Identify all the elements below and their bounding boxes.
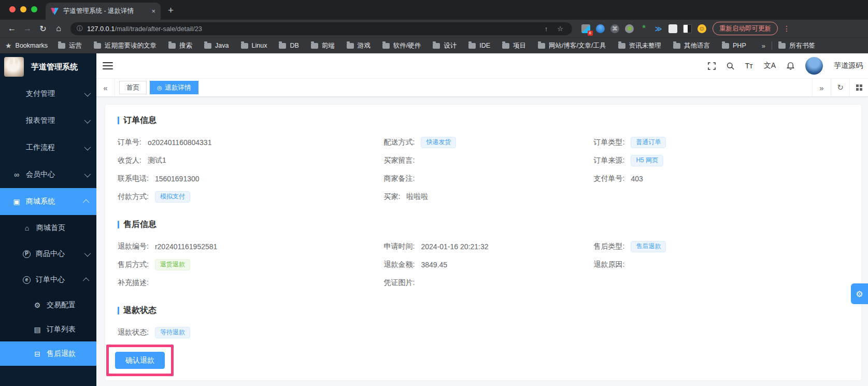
bookmark-folder[interactable]: 游戏 xyxy=(347,41,371,50)
language-icon[interactable]: 文A xyxy=(764,61,776,70)
blocks-extension-icon[interactable]: 6 xyxy=(581,24,590,33)
sidebar-item-label: 订单列表 xyxy=(47,325,89,334)
bookmark-folder[interactable]: PHP xyxy=(722,42,746,49)
new-tab-button[interactable]: + xyxy=(168,5,174,16)
bookmark-folder[interactable]: 软件/硬件 xyxy=(382,41,421,50)
fullscreen-icon[interactable] xyxy=(708,62,716,70)
sidebar-item-after-sale[interactable]: ⊟售后退款 xyxy=(0,341,96,366)
home-icon: ⌂ xyxy=(23,224,31,232)
sidebar-menu: 支付管理报表管理工作流程∞会员中心▣商城系统⌂商城首页P商品中心e订单中心⚙交易… xyxy=(0,80,96,386)
chrome-update-button[interactable]: 重新启动即可更新 xyxy=(713,22,778,35)
sidebar-item-product[interactable]: P商品中心 xyxy=(0,241,96,267)
sidebar-item-label: 商城系统 xyxy=(26,197,84,206)
tags-scroll-left-icon[interactable]: « xyxy=(96,79,115,96)
bookmark-label: DB xyxy=(290,42,298,49)
chevrons-extension-icon[interactable]: ≫ xyxy=(654,24,663,33)
bookmark-folder[interactable]: DB xyxy=(279,42,298,49)
tab-tag-0[interactable]: 首页 xyxy=(119,81,147,94)
command-extension-icon[interactable]: ⌘ xyxy=(610,24,619,33)
member-icon: ∞ xyxy=(12,170,21,179)
reload-icon[interactable]: ↻ xyxy=(36,24,50,34)
field-label: 退款编号: xyxy=(118,242,149,251)
bookmarks-bar: ★ Bookmarks 运营近期需要读的文章搜索JavaLinuxDB前端游戏软… xyxy=(0,37,868,53)
bookmark-folder[interactable]: 搜索 xyxy=(168,41,192,50)
bookmark-folder[interactable]: Java xyxy=(204,42,229,49)
bookmark-label: 前端 xyxy=(322,41,335,50)
bookmark-folder[interactable]: 网站/博客/文章/工具 xyxy=(538,41,606,50)
tags-scroll-right-icon[interactable]: » xyxy=(812,79,831,96)
sidebar-item-pay[interactable]: 支付管理 xyxy=(0,80,96,107)
browser-tab[interactable]: 芋道管理系统 - 退款详情 × xyxy=(46,3,161,20)
bookmark-folder[interactable]: 前端 xyxy=(311,41,335,50)
address-bar[interactable]: ⓘ 127.0.0.1/mall/trade/after-sale/detail… xyxy=(70,22,572,35)
bookmark-label: 资讯未整理 xyxy=(629,41,662,50)
puzzle-extension-icon[interactable] xyxy=(668,24,677,33)
section-column xyxy=(384,323,594,341)
user-avatar[interactable] xyxy=(805,57,823,75)
field-value: 3849.45 xyxy=(421,261,447,269)
site-info-icon[interactable]: ⓘ xyxy=(77,24,83,33)
sidebar-item-mall-home[interactable]: ⌂商城首页 xyxy=(0,215,96,241)
home-icon[interactable]: ⌂ xyxy=(52,24,65,33)
field-label: 订单类型: xyxy=(594,138,625,147)
tab-close-icon[interactable]: × xyxy=(151,7,155,15)
tags-refresh-icon[interactable]: ↻ xyxy=(831,79,849,96)
sidebar-item-workflow[interactable]: 工作流程 xyxy=(0,134,96,161)
share-icon[interactable]: ↑ xyxy=(542,25,551,33)
window-controls xyxy=(9,6,37,12)
chevron-down-icon xyxy=(84,250,91,256)
window-close-button[interactable] xyxy=(9,6,16,12)
bookmark-star-icon[interactable]: ☆ xyxy=(554,25,566,33)
bookmark-folder[interactable]: Linux xyxy=(241,42,267,49)
bookmark-label: 设计 xyxy=(444,41,457,50)
all-bookmarks-folder[interactable]: 所有书签 xyxy=(778,41,815,50)
field-label: 补充描述: xyxy=(118,278,149,288)
balloon-extension-icon[interactable] xyxy=(596,24,605,33)
star-extension-icon[interactable]: * xyxy=(639,24,648,33)
notification-bell-icon[interactable] xyxy=(787,62,794,70)
sidebar-item-label: 交易配置 xyxy=(47,301,89,310)
page-settings-button[interactable]: ⚙ xyxy=(851,283,868,304)
tags-layout-icon[interactable] xyxy=(849,79,868,96)
app-window: 芋道管理系统 支付管理报表管理工作流程∞会员中心▣商城系统⌂商城首页P商品中心e… xyxy=(0,53,868,386)
list-icon: ▤ xyxy=(33,325,41,334)
sidebar-item-order[interactable]: e订单中心 xyxy=(0,267,96,293)
forward-icon[interactable]: → xyxy=(21,24,34,33)
tab-tag-active[interactable]: ◎退款详情 xyxy=(150,81,198,94)
sidebar-item-report[interactable]: 报表管理 xyxy=(0,107,96,134)
product-icon: P xyxy=(23,250,31,258)
bookmark-label: 搜索 xyxy=(179,41,192,50)
bookmark-folder-list: 运营近期需要读的文章搜索JavaLinuxDB前端游戏软件/硬件设计IDE项目网… xyxy=(58,41,752,50)
bookmarks-overflow-icon[interactable]: » xyxy=(762,42,765,50)
contrast-extension-icon[interactable] xyxy=(683,24,692,33)
sidebar-item-member[interactable]: ∞会员中心 xyxy=(0,161,96,188)
browser-menu-icon[interactable]: ⋮ xyxy=(782,24,791,33)
sidebar-item-mall[interactable]: ▣商城系统 xyxy=(0,188,96,215)
bookmark-folder[interactable]: 设计 xyxy=(433,41,457,50)
sidebar-item-label: 商品中心 xyxy=(36,249,84,259)
bookmarks-manager-link[interactable]: Bookmarks xyxy=(16,42,48,49)
back-icon[interactable]: ← xyxy=(5,24,19,33)
window-zoom-button[interactable] xyxy=(31,6,37,12)
card-section: 售后信息退款编号:r202401161952581售后方式:退货退款补充描述:申… xyxy=(118,219,849,292)
user-name[interactable]: 芋道源码 xyxy=(834,61,863,70)
sidebar-logo-row[interactable]: 芋道管理系统 xyxy=(0,53,96,80)
bookmark-folder[interactable]: 其他语言 xyxy=(673,41,710,50)
url-host: 127.0.0.1 xyxy=(87,25,115,33)
bookmark-folder[interactable]: 运营 xyxy=(58,41,82,50)
emoji-extension-icon[interactable]: ☺ xyxy=(698,24,706,33)
bookmarks-star-icon[interactable]: ★ xyxy=(5,41,12,50)
field-value: r202401161952581 xyxy=(155,242,217,251)
bookmark-folder[interactable]: 项目 xyxy=(502,41,526,50)
dot-extension-icon[interactable] xyxy=(625,24,634,33)
bookmark-folder[interactable]: IDE xyxy=(468,42,490,49)
sidebar-item-trade-config[interactable]: ⚙交易配置 xyxy=(0,293,96,317)
window-minimize-button[interactable] xyxy=(20,6,26,12)
sidebar-item-order-list[interactable]: ▤订单列表 xyxy=(0,317,96,341)
bookmark-folder[interactable]: 资讯未整理 xyxy=(618,41,662,50)
search-icon[interactable] xyxy=(727,62,734,70)
bookmark-folder[interactable]: 近期需要读的文章 xyxy=(94,41,156,50)
font-size-icon[interactable]: Tт xyxy=(745,62,753,70)
collapse-menu-icon[interactable] xyxy=(103,62,113,69)
confirm-refund-button[interactable]: 确认退款 xyxy=(115,352,165,369)
